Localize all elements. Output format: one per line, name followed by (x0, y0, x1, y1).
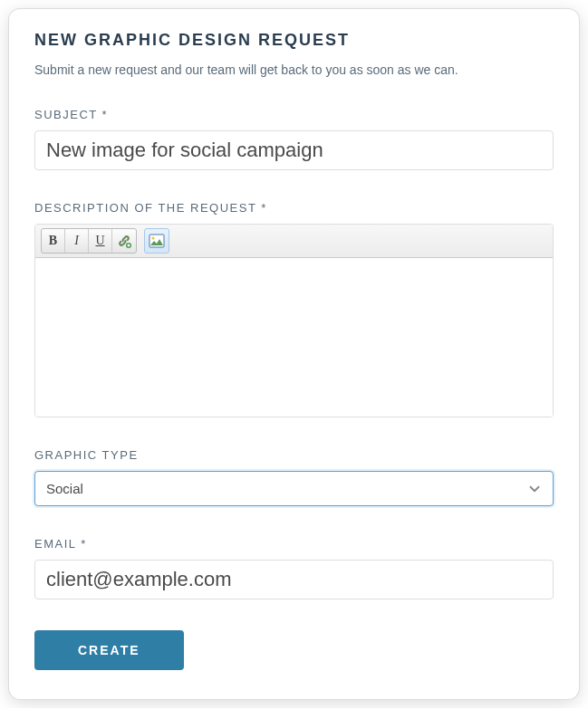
link-icon (117, 234, 131, 248)
bold-button[interactable]: B (42, 229, 65, 253)
image-icon (149, 234, 165, 248)
request-form-card: NEW GRAPHIC DESIGN REQUEST Submit a new … (9, 9, 579, 699)
format-group: B I U (41, 228, 137, 254)
form-title: NEW GRAPHIC DESIGN REQUEST (34, 31, 554, 50)
subject-label: SUBJECT * (34, 108, 554, 121)
graphic-type-select[interactable]: Social (34, 471, 554, 506)
create-button[interactable]: CREATE (34, 630, 184, 670)
image-button[interactable] (144, 228, 169, 254)
email-label: EMAIL * (34, 537, 554, 551)
subject-input[interactable] (34, 130, 554, 170)
graphic-type-wrap: Social (34, 471, 554, 506)
svg-point-2 (152, 237, 155, 240)
italic-button[interactable]: I (65, 229, 89, 253)
description-editor: B I U (34, 224, 554, 417)
editor-toolbar: B I U (35, 225, 553, 258)
email-input[interactable] (34, 560, 554, 599)
link-button[interactable] (112, 229, 136, 253)
underline-button[interactable]: U (89, 229, 112, 253)
form-subtitle: Submit a new request and our team will g… (34, 62, 554, 77)
description-label: DESCRIPTION OF THE REQUEST * (34, 201, 554, 215)
graphic-type-label: GRAPHIC TYPE (34, 448, 554, 462)
description-textarea[interactable] (35, 258, 553, 417)
